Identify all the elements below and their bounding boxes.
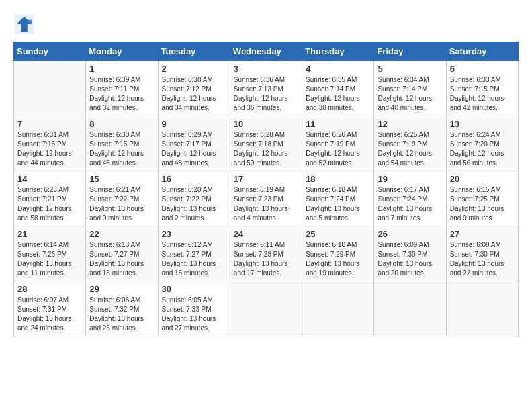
calendar-cell: 16Sunrise: 6:20 AMSunset: 7:22 PMDayligh…: [158, 171, 230, 226]
day-info: Sunrise: 6:15 AMSunset: 7:25 PMDaylight:…: [450, 185, 515, 223]
weekday-header: Saturday: [446, 42, 518, 61]
weekday-header: Tuesday: [158, 42, 230, 61]
day-number: 19: [378, 174, 442, 184]
day-info: Sunrise: 6:07 AMSunset: 7:31 PMDaylight:…: [17, 295, 82, 333]
calendar-cell: [14, 61, 86, 116]
calendar-cell: 29Sunrise: 6:06 AMSunset: 7:32 PMDayligh…: [86, 281, 158, 336]
calendar-cell: 9Sunrise: 6:29 AMSunset: 7:17 PMDaylight…: [158, 116, 230, 171]
calendar-cell: 6Sunrise: 6:33 AMSunset: 7:15 PMDaylight…: [446, 61, 518, 116]
calendar-cell: [302, 281, 374, 336]
day-number: 20: [450, 174, 515, 184]
calendar-cell: 7Sunrise: 6:31 AMSunset: 7:16 PMDaylight…: [14, 116, 86, 171]
calendar-cell: 19Sunrise: 6:17 AMSunset: 7:24 PMDayligh…: [374, 171, 446, 226]
day-info: Sunrise: 6:23 AMSunset: 7:21 PMDaylight:…: [17, 185, 82, 223]
day-number: 22: [89, 229, 154, 239]
day-number: 18: [306, 174, 370, 184]
calendar-cell: 30Sunrise: 6:05 AMSunset: 7:33 PMDayligh…: [158, 281, 230, 336]
day-number: 5: [378, 64, 442, 74]
calendar-cell: 21Sunrise: 6:14 AMSunset: 7:26 PMDayligh…: [14, 226, 86, 281]
day-info: Sunrise: 6:17 AMSunset: 7:24 PMDaylight:…: [378, 185, 442, 223]
day-info: Sunrise: 6:24 AMSunset: 7:20 PMDaylight:…: [450, 130, 515, 168]
calendar-cell: 26Sunrise: 6:09 AMSunset: 7:30 PMDayligh…: [374, 226, 446, 281]
day-info: Sunrise: 6:20 AMSunset: 7:22 PMDaylight:…: [162, 185, 226, 223]
calendar-cell: [374, 281, 446, 336]
day-info: Sunrise: 6:06 AMSunset: 7:32 PMDaylight:…: [89, 295, 154, 333]
day-number: 7: [17, 119, 82, 129]
day-info: Sunrise: 6:28 AMSunset: 7:18 PMDaylight:…: [234, 130, 298, 168]
calendar-cell: 20Sunrise: 6:15 AMSunset: 7:25 PMDayligh…: [446, 171, 518, 226]
calendar-cell: 1Sunrise: 6:39 AMSunset: 7:11 PMDaylight…: [86, 61, 158, 116]
calendar-cell: 12Sunrise: 6:25 AMSunset: 7:19 PMDayligh…: [374, 116, 446, 171]
day-number: 14: [17, 174, 82, 184]
day-number: 16: [162, 174, 226, 184]
day-number: 15: [89, 174, 154, 184]
day-number: 29: [89, 284, 154, 294]
calendar-cell: 18Sunrise: 6:18 AMSunset: 7:24 PMDayligh…: [302, 171, 374, 226]
day-info: Sunrise: 6:30 AMSunset: 7:16 PMDaylight:…: [89, 130, 154, 168]
weekday-header: Wednesday: [230, 42, 302, 61]
day-info: Sunrise: 6:08 AMSunset: 7:30 PMDaylight:…: [450, 240, 515, 278]
calendar-cell: 15Sunrise: 6:21 AMSunset: 7:22 PMDayligh…: [86, 171, 158, 226]
day-info: Sunrise: 6:14 AMSunset: 7:26 PMDaylight:…: [17, 240, 82, 278]
day-number: 11: [306, 119, 370, 129]
logo-icon: [13, 13, 35, 35]
day-info: Sunrise: 6:38 AMSunset: 7:12 PMDaylight:…: [162, 75, 226, 113]
day-info: Sunrise: 6:33 AMSunset: 7:15 PMDaylight:…: [450, 75, 515, 113]
day-info: Sunrise: 6:26 AMSunset: 7:19 PMDaylight:…: [306, 130, 370, 168]
calendar-cell: 25Sunrise: 6:10 AMSunset: 7:29 PMDayligh…: [302, 226, 374, 281]
calendar-cell: 14Sunrise: 6:23 AMSunset: 7:21 PMDayligh…: [14, 171, 86, 226]
calendar-cell: 3Sunrise: 6:36 AMSunset: 7:13 PMDaylight…: [230, 61, 302, 116]
day-number: 23: [162, 229, 226, 239]
weekday-header: Friday: [374, 42, 446, 61]
calendar-table: SundayMondayTuesdayWednesdayThursdayFrid…: [13, 42, 519, 336]
day-number: 4: [306, 64, 370, 74]
calendar-cell: 24Sunrise: 6:11 AMSunset: 7:28 PMDayligh…: [230, 226, 302, 281]
day-number: 17: [234, 174, 298, 184]
day-number: 10: [234, 119, 298, 129]
day-info: Sunrise: 6:31 AMSunset: 7:16 PMDaylight:…: [17, 130, 82, 168]
day-number: 9: [162, 119, 226, 129]
calendar-cell: 5Sunrise: 6:34 AMSunset: 7:14 PMDaylight…: [374, 61, 446, 116]
day-info: Sunrise: 6:05 AMSunset: 7:33 PMDaylight:…: [162, 295, 226, 333]
day-info: Sunrise: 6:39 AMSunset: 7:11 PMDaylight:…: [89, 75, 154, 113]
calendar-cell: 2Sunrise: 6:38 AMSunset: 7:12 PMDaylight…: [158, 61, 230, 116]
calendar-cell: 22Sunrise: 6:13 AMSunset: 7:27 PMDayligh…: [86, 226, 158, 281]
weekday-header: Thursday: [302, 42, 374, 61]
day-number: 21: [17, 229, 82, 239]
calendar-cell: [446, 281, 518, 336]
page-header: [13, 13, 519, 35]
calendar-cell: 17Sunrise: 6:19 AMSunset: 7:23 PMDayligh…: [230, 171, 302, 226]
calendar-cell: 4Sunrise: 6:35 AMSunset: 7:14 PMDaylight…: [302, 61, 374, 116]
day-info: Sunrise: 6:12 AMSunset: 7:27 PMDaylight:…: [162, 240, 226, 278]
calendar-cell: 23Sunrise: 6:12 AMSunset: 7:27 PMDayligh…: [158, 226, 230, 281]
day-number: 27: [450, 229, 515, 239]
day-number: 28: [17, 284, 82, 294]
day-info: Sunrise: 6:18 AMSunset: 7:24 PMDaylight:…: [306, 185, 370, 223]
calendar-cell: [230, 281, 302, 336]
day-number: 8: [89, 119, 154, 129]
day-number: 25: [306, 229, 370, 239]
day-info: Sunrise: 6:21 AMSunset: 7:22 PMDaylight:…: [89, 185, 154, 223]
day-info: Sunrise: 6:09 AMSunset: 7:30 PMDaylight:…: [378, 240, 442, 278]
day-info: Sunrise: 6:25 AMSunset: 7:19 PMDaylight:…: [378, 130, 442, 168]
day-number: 3: [234, 64, 298, 74]
weekday-header: Sunday: [14, 42, 86, 61]
calendar-cell: 27Sunrise: 6:08 AMSunset: 7:30 PMDayligh…: [446, 226, 518, 281]
day-info: Sunrise: 6:13 AMSunset: 7:27 PMDaylight:…: [89, 240, 154, 278]
logo: [13, 13, 38, 35]
day-number: 13: [450, 119, 515, 129]
day-number: 12: [378, 119, 442, 129]
weekday-header: Monday: [86, 42, 158, 61]
day-info: Sunrise: 6:11 AMSunset: 7:28 PMDaylight:…: [234, 240, 298, 278]
calendar-cell: 10Sunrise: 6:28 AMSunset: 7:18 PMDayligh…: [230, 116, 302, 171]
calendar-cell: 13Sunrise: 6:24 AMSunset: 7:20 PMDayligh…: [446, 116, 518, 171]
day-number: 1: [89, 64, 154, 74]
day-number: 24: [234, 229, 298, 239]
calendar-header: SundayMondayTuesdayWednesdayThursdayFrid…: [14, 42, 519, 61]
day-info: Sunrise: 6:19 AMSunset: 7:23 PMDaylight:…: [234, 185, 298, 223]
calendar-cell: 11Sunrise: 6:26 AMSunset: 7:19 PMDayligh…: [302, 116, 374, 171]
calendar-cell: 28Sunrise: 6:07 AMSunset: 7:31 PMDayligh…: [14, 281, 86, 336]
day-number: 6: [450, 64, 515, 74]
day-info: Sunrise: 6:29 AMSunset: 7:17 PMDaylight:…: [162, 130, 226, 168]
calendar-cell: 8Sunrise: 6:30 AMSunset: 7:16 PMDaylight…: [86, 116, 158, 171]
